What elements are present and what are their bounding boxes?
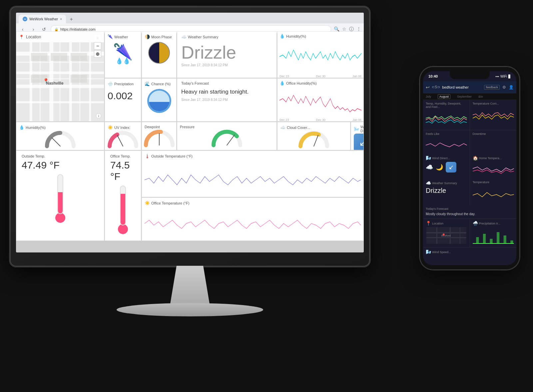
humidity-gauge-header: 💧 Humidity(%) [19,125,101,130]
office-humidity-svg [279,87,361,117]
summary-content: Drizzle Since Jan 17, 2019 8:34:12 PM [181,41,272,70]
forecast-label: Today's Forecast [181,81,209,85]
forecast-tile: Today's Forecast Heavy rain starting ton… [177,78,277,122]
battery-icon: ▊ [508,75,511,78]
office-humidity-label: Office Humidity(%) [286,81,316,85]
winddir-header: 🌬️ Wind Dir [354,125,364,133]
new-tab-button[interactable]: + [67,15,75,23]
svg-rect-37 [483,234,485,243]
phone-temperature-svg [473,185,514,202]
dewpoint-gauge-visual [145,130,174,147]
phone-home-temp-label: Home Tempera... [479,157,502,160]
phone-forecast-header: Today's Forecast [426,207,514,210]
office-humidity-header: 💧 Office Humidity(%) [279,81,361,86]
moon-tile: 🌗 Moon Phase [142,31,177,78]
phone-nav-bar: ↩ ⊂S⊃ bedford weather feedback ⚙ 👤 [423,81,516,93]
svg-line-25 [314,135,318,146]
browser-tab-active[interactable]: W WeWork Weather × [19,15,66,23]
phone-temp-chart-label: Temp, Humidity, Dewpoint, and Feel... [426,102,467,109]
outside-therm-fill [58,192,63,213]
phone-wind-home-section: 🌬️ Wind Direct... ☁️ 🌙 ↙ 🏠 [423,154,516,179]
chance-icon: 🌊 [145,81,150,86]
phone-wind-dir-tile: 🌬️ Wind Direct... ☁️ 🌙 ↙ [423,154,470,179]
location-label: Location [26,35,41,39]
phone-settings-icon[interactable]: ⚙ [502,85,506,90]
pressure-gauge-visual [180,130,274,147]
pressure-tile: Pressure [177,122,277,150]
precip-value: 0.002 [108,90,138,102]
precip-header: 🌧️ Preciptation [108,81,138,86]
svg-text:📍: 📍 [43,78,49,84]
phone-screen: 10:40 ▪▪▪ WiFi ▊ ↩ ⊂S⊃ bedford weather f… [423,71,516,265]
svg-rect-39 [497,232,499,243]
phone-precip-ir-header: 🌧️ Precipitation Ir... [473,221,514,226]
phone-temp-comp-tile: Temperature Com... [470,100,517,130]
phone-downtime-visual [473,137,514,150]
phone-content: Temp, Humidity, Dewpoint, and Feel... Te… [423,100,516,265]
phone-temp-comp-svg [473,107,514,123]
hc-label-1: Dec 23 [279,75,289,78]
office-temp-tile: Office Temp. 74.5 °F [105,151,141,241]
humidity-chart-icon: 💧 [279,34,285,39]
phone-temperature-header: Temperature [473,181,514,184]
summary-tile: ☁️ Weather Summary Drizzle Since Jan 17,… [177,31,277,78]
moon-header: 🌗 Moon Phase [145,34,174,39]
phone-user-icon[interactable]: 👤 [509,85,514,90]
phone-location-label: Location [432,222,443,225]
humidity-gauge-svg [45,131,75,148]
secure-icon: 🔒 [54,28,58,31]
office-therm-bulb [118,224,128,234]
summary-header: ☁️ Weather Summary [181,34,272,39]
phone-temp-chart-svg [426,110,467,127]
moon-label: Moon Phase [151,35,172,39]
humidity-chart-labels: Dec 23 Dec 30 Jan 06 [279,75,361,78]
office-therm-tube [120,186,126,225]
forecast-header: Today's Forecast [181,81,272,85]
moon-visual [145,42,174,64]
phone-nav-title: bedford weather [442,85,469,89]
phone-temp-chart-tile: Temp, Humidity, Dewpoint, and Feel... [423,100,470,130]
scene: W WeWork Weather × + ‹ › ↺ 🔒 https://ini… [0,0,533,392]
phone-status-icons: ▪▪▪ WiFi ▊ [495,75,511,78]
phone-back-icon[interactable]: ↩ [426,85,430,90]
wifi-icon: WiFi [500,75,507,78]
forecast-timestamp: Since Jan 17, 2019 8:34:12 PM [181,98,272,102]
winddir-tile: 🌬️ Wind Dir ↙ [351,122,364,150]
map-info[interactable]: i [96,113,101,119]
phone-precip-ir-svg [473,227,514,244]
cloud-gauge-svg [299,131,329,148]
outside-temp-chart-icon: 🌡️ [145,154,150,159]
humidity-chart-label: Humidity(%) [286,34,306,38]
browser-tab-close[interactable]: × [60,17,62,21]
phone-precip-ir-tile: 🌧️ Precipitation Ir... [470,219,517,247]
monitor-stand-neck [157,266,223,306]
phone-windspeed-bottom-header: 🌬️ Wind Speed... [426,249,514,254]
office-temp-chart-header: ☀️ Office Temperature (°F) [145,200,361,205]
monitor-bezel: W WeWork Weather × + ‹ › ↺ 🔒 https://ini… [10,7,370,266]
svg-rect-40 [503,235,506,243]
phone-windspeed-bottom-label: Wind Speed... [432,250,451,254]
phone-feels-downtime-section: Feels Like Downtime [423,130,516,154]
phone-wind-arrow: ↙ [446,162,456,173]
map-svg: Nashville 📍 [16,32,104,121]
map-reset[interactable]: ⊕ [94,50,101,58]
svg-rect-36 [476,237,479,243]
uv-icon: ☀️ [108,125,113,130]
phone-forecast-tile: Today's Forecast Mostly cloudy throughou… [423,205,516,219]
timeline-august[interactable]: August [438,94,450,99]
browser-tab-icon: W [23,17,27,21]
dewpoint-tile: Dewpoint [142,122,177,150]
winddir-arrow-container: ↙ [354,134,364,150]
svg-line-24 [227,135,235,145]
phone-temperature-tile: Temperature [470,179,517,205]
outside-therm-body [55,174,65,223]
phone-timeline: July August September &to [423,93,516,100]
chance-circle [147,89,171,113]
phone-feedback-tag[interactable]: feedback [484,85,500,90]
phone-temp-chart-header: Temp, Humidity, Dewpoint, and Feel... [426,102,467,109]
uv-tile: ☀️ UV Index: [105,122,141,150]
phone-summary-value: Drizzle [426,187,467,195]
phone-windspeed-bottom-tile: 🌬️ Wind Speed... [423,247,516,258]
svg-line-22 [117,135,123,146]
map-zoom-out[interactable]: − [94,42,101,50]
